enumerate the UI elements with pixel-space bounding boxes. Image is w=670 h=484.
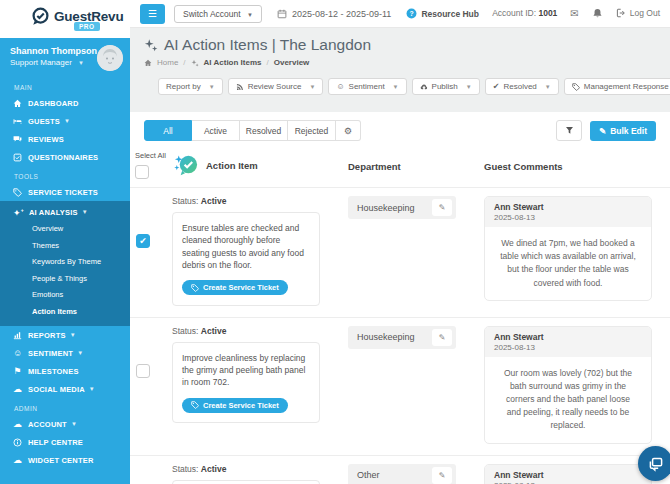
section-label-tools: TOOLS xyxy=(0,166,130,183)
sidebar-item-guests[interactable]: GUESTS▼ xyxy=(0,112,130,130)
switch-account-button[interactable]: Switch Account ▼ xyxy=(174,5,262,23)
sidebar-subitem-themes[interactable]: Themes xyxy=(0,238,130,255)
action-item-text: Ensure tables are checked and cleaned th… xyxy=(182,222,310,271)
management-response-filter[interactable]: Management Response▼ xyxy=(564,78,670,95)
sidebar-item-dashboard[interactable]: DASHBOARD xyxy=(0,94,130,112)
review-date: 2025-08-13 xyxy=(494,343,642,352)
ai-analysis-group: ✦+AI ANALYSIS▼ Overview Themes Keywords … xyxy=(0,201,130,326)
sidebar-subitem-action-items[interactable]: Action Items xyxy=(0,304,130,321)
guest-name: Ann Stewart xyxy=(494,202,642,212)
review-source-filter[interactable]: Review Source▼ xyxy=(228,78,324,95)
avatar[interactable] xyxy=(97,45,123,71)
logout-icon xyxy=(616,8,626,18)
bell-icon xyxy=(592,8,603,19)
sidebar-item-ai-analysis[interactable]: ✦+AI ANALYSIS▼ xyxy=(0,203,130,221)
chevron-down-icon: ▼ xyxy=(309,84,315,90)
page-header: AI Action Items | The Langdon Home / AI … xyxy=(130,28,670,95)
action-item-text: Improve cleanliness by replacing the gri… xyxy=(182,352,310,389)
notifications-button[interactable] xyxy=(592,8,603,20)
date-range-value: 2025-08-12 - 2025-09-11 xyxy=(292,9,391,19)
create-service-ticket-button[interactable]: Create Service Ticket xyxy=(182,398,288,413)
section-label-main: MAIN xyxy=(0,77,130,94)
edit-department-button[interactable]: ✎ xyxy=(432,329,452,346)
sentiment-filter[interactable]: ☺Sentiment▼ xyxy=(328,78,406,95)
account-id: Account ID: 1001 xyxy=(492,8,557,18)
guestrevu-app: GuestRevu PRO Shannon Thompson Support M… xyxy=(0,0,670,484)
filter-toggle-button[interactable] xyxy=(556,120,582,141)
ai-action-badge-icon xyxy=(172,152,199,179)
sidebar-item-service-tickets[interactable]: SERVICE TICKETS xyxy=(0,183,130,201)
select-all-checkbox[interactable] xyxy=(135,165,149,179)
tab-resolved[interactable]: Resolved xyxy=(240,120,288,141)
log-out-button[interactable]: Log Out xyxy=(616,8,660,18)
bulk-edit-button[interactable]: ✎Bulk Edit xyxy=(590,121,656,141)
publish-filter[interactable]: Publish▼ xyxy=(412,78,480,95)
tabs-row: All Active Resolved Rejected ⚙ ✎Bulk Edi… xyxy=(130,112,670,147)
main-area: ☰ Switch Account ▼ 2025-08-12 - 2025-09-… xyxy=(130,0,670,484)
messages-button[interactable]: ✉ xyxy=(570,8,578,19)
sidebar-item-help-centre[interactable]: HELP CENTRE xyxy=(0,433,130,451)
brand-logo[interactable]: GuestRevu PRO xyxy=(0,0,130,38)
department-chip: Other ✎ xyxy=(348,464,456,484)
report-by-filter[interactable]: Report by▼ xyxy=(158,78,223,95)
sidebar-item-reports[interactable]: REPORTS▼ xyxy=(0,326,130,344)
pencil-icon: ✎ xyxy=(439,333,446,342)
sidebar-subitem-emotions[interactable]: Emotions xyxy=(0,287,130,304)
pencil-icon: ✎ xyxy=(439,471,446,480)
breadcrumb-separator: / xyxy=(183,58,185,67)
sidebar-item-social-media[interactable]: ☁SOCIAL MEDIA▼ xyxy=(0,380,130,398)
row-checkbox[interactable]: ✔ xyxy=(136,234,150,248)
column-action-item: Action Item xyxy=(206,160,258,171)
sidebar-item-widget-center[interactable]: ☁WIDGET CENTER xyxy=(0,451,130,469)
sidebar-item-account[interactable]: ☁ACCOUNT▼ xyxy=(0,415,130,433)
tab-rejected[interactable]: Rejected xyxy=(288,120,336,141)
create-service-ticket-button[interactable]: Create Service Ticket xyxy=(182,280,288,295)
chevron-down-icon: ▼ xyxy=(209,84,215,90)
gear-icon: ⚙ xyxy=(344,126,352,136)
sidebar-item-sentiment[interactable]: ☺SENTIMENT▼ xyxy=(0,344,130,362)
chat-widget-button[interactable] xyxy=(638,446,670,481)
tab-active[interactable]: Active xyxy=(192,120,240,141)
envelope-icon: ✉ xyxy=(570,8,578,19)
tag-icon xyxy=(572,83,580,91)
guest-comment-text: We dined at 7pm, we had booked a table w… xyxy=(485,227,651,300)
home-icon xyxy=(144,59,152,67)
chevron-down-icon: ▼ xyxy=(77,350,83,356)
action-items-panel: All Active Resolved Rejected ⚙ ✎Bulk Edi… xyxy=(130,112,670,484)
home-icon xyxy=(13,99,22,108)
resolved-filter[interactable]: ✔Resolved▼ xyxy=(485,78,559,95)
resource-hub-link[interactable]: Resource Hub xyxy=(406,8,479,19)
breadcrumb-overview: Overview xyxy=(274,58,310,67)
menu-toggle-button[interactable]: ☰ xyxy=(140,4,165,24)
rss-icon xyxy=(236,83,244,91)
user-panel: Shannon Thompson Support Manager ▼ xyxy=(0,38,130,77)
tab-all[interactable]: All xyxy=(144,120,192,141)
breadcrumb-ai-action-items[interactable]: AI Action Items xyxy=(204,58,262,67)
ai-sparkles-icon xyxy=(191,59,199,67)
cloud-icon: ☁ xyxy=(13,455,22,465)
pro-badge: PRO xyxy=(74,22,100,31)
table-row: Status: Active Improve cleanliness by re… xyxy=(130,317,670,455)
status-badge: Status: Active xyxy=(172,326,348,336)
date-range-picker[interactable]: 2025-08-12 - 2025-09-11 xyxy=(277,9,391,19)
breadcrumb-home[interactable]: Home xyxy=(157,58,178,67)
sidebar-item-milestones[interactable]: ⚑MILESTONES xyxy=(0,362,130,380)
smiley-icon: ☺ xyxy=(13,348,22,358)
select-all-label: Select All xyxy=(135,151,172,160)
sidebar-subitem-people-things[interactable]: People & Things xyxy=(0,271,130,288)
chevron-down-icon: ▼ xyxy=(466,84,472,90)
row-checkbox[interactable] xyxy=(136,364,150,378)
chevron-down-icon: ▼ xyxy=(70,332,76,338)
guestrevu-logo-icon xyxy=(31,7,50,26)
guest-comment-card: Ann Stewart 2025-08-13 We dined at 7pm, … xyxy=(484,196,652,301)
tag-icon xyxy=(191,284,199,292)
tab-settings[interactable]: ⚙ xyxy=(336,120,361,141)
edit-department-button[interactable]: ✎ xyxy=(432,199,452,216)
sidebar-subitem-keywords-by-theme[interactable]: Keywords By Theme xyxy=(0,254,130,271)
edit-department-button[interactable]: ✎ xyxy=(432,467,452,484)
question-circle-icon xyxy=(406,8,417,19)
sidebar-item-questionnaires[interactable]: QUESTIONNAIRES xyxy=(0,148,130,166)
chevron-down-icon: ▼ xyxy=(64,118,70,124)
sidebar-item-reviews[interactable]: REVIEWS xyxy=(0,130,130,148)
sidebar-subitem-overview[interactable]: Overview xyxy=(0,221,130,238)
